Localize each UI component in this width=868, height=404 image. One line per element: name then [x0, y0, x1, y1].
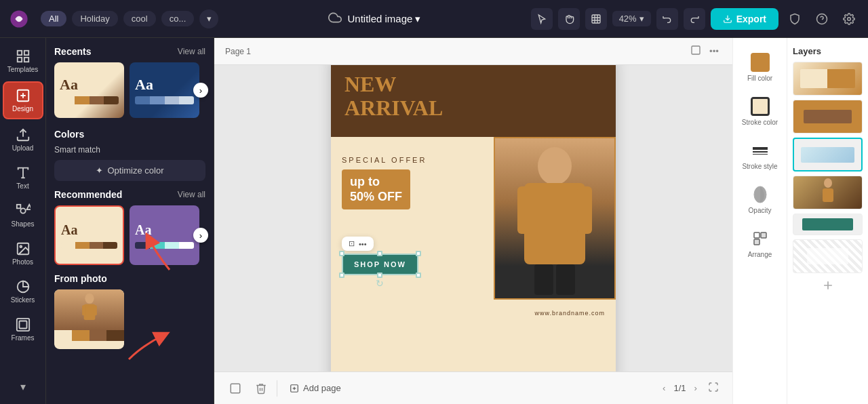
delete-page-button[interactable] [251, 378, 271, 399]
template-color-strip-2 [135, 96, 194, 104]
undo-button[interactable] [656, 8, 678, 30]
layers-add-icon[interactable] [820, 277, 836, 294]
layer-thumb-1[interactable] [793, 62, 863, 96]
layer-thumb-2[interactable] [793, 100, 863, 134]
model-image [495, 138, 614, 298]
tag-co[interactable]: co... [161, 11, 195, 26]
layers-title: Layers [793, 46, 863, 56]
fullscreen-button[interactable] [705, 379, 722, 397]
layers-panel: Layers [787, 38, 868, 404]
fill-color-icon [749, 52, 771, 73]
tag-cool[interactable]: cool [123, 11, 156, 26]
from-photo-title: From photo [54, 273, 107, 284]
handle-bm [377, 272, 382, 278]
new-arrival-text: NEWARRIVAL [344, 73, 443, 120]
add-page-icon-button[interactable] [225, 378, 245, 399]
photo-card-colors [54, 330, 124, 341]
template-aa-label-1: Aa [60, 76, 119, 94]
recommended-card-2[interactable]: Aa [130, 205, 199, 265]
help-button[interactable] [811, 8, 833, 30]
next-page-button[interactable]: › [692, 380, 700, 396]
shield-icon-button[interactable] [784, 8, 806, 30]
bottom-separator [277, 380, 277, 397]
sidebar-photos-label: Photos [12, 258, 33, 266]
prev-page-button[interactable]: ‹ [660, 380, 668, 396]
layer-thumb-6[interactable] [793, 239, 863, 273]
sidebar-item-templates[interactable]: Templates [3, 43, 43, 79]
sidebar-item-design[interactable]: Design [3, 81, 43, 119]
redo-button[interactable] [684, 8, 705, 30]
recent-template-1[interactable]: Aa [54, 62, 124, 118]
sidebar-item-frames[interactable]: Frames [3, 312, 43, 347]
design-canvas[interactable]: NEWARRIVAL SPECIAL OFFER up to 50% OFF [331, 56, 616, 381]
fill-color-property[interactable]: Fill color [738, 46, 781, 87]
arrange-property[interactable]: Arrange [738, 222, 781, 264]
page-nav: ‹ 1/1 › [660, 380, 700, 396]
hand-tool-button[interactable] [558, 8, 580, 30]
photo-preview-image [54, 289, 124, 330]
add-page-button[interactable]: Add page [283, 379, 348, 397]
stroke-style-property[interactable]: Stroke style [738, 134, 781, 176]
document-title[interactable]: Untitled image ▾ [347, 13, 420, 25]
svg-rect-9 [24, 58, 28, 62]
rec-color-strip-1 [61, 242, 117, 249]
svg-point-41 [824, 178, 832, 188]
tag-dropdown-button[interactable]: ▾ [199, 9, 218, 28]
stroke-style-label: Stroke style [742, 163, 777, 170]
layer-thumb-4[interactable] [793, 176, 863, 209]
page-options: ••• [688, 42, 722, 60]
page-more-options-button[interactable]: ••• [707, 42, 722, 60]
recommended-header: Recommended View all [54, 189, 205, 200]
recents-view-all-button[interactable]: View all [178, 47, 205, 56]
opacity-property[interactable]: Opacity [738, 178, 781, 220]
sidebar-frames-label: Frames [12, 334, 35, 342]
tag-all[interactable]: All [41, 11, 66, 26]
svg-rect-8 [17, 58, 21, 62]
stickers-icon [16, 279, 31, 294]
select-tool-button[interactable] [531, 8, 553, 30]
design-icon [16, 88, 31, 103]
settings-button[interactable] [838, 8, 860, 30]
app-logo[interactable] [8, 8, 30, 30]
layer-thumb-5[interactable] [793, 214, 863, 235]
smart-match-label: Smart match [54, 145, 205, 155]
annotation-arrow-2 [122, 329, 176, 363]
shop-now-area: ⊡ ••• SHOP NOW [342, 237, 483, 275]
zoom-button[interactable]: 42% ▾ [612, 11, 651, 26]
recents-carousel-arrow[interactable]: › [193, 83, 208, 98]
export-button[interactable]: Export [711, 8, 778, 30]
sidebar-item-stickers[interactable]: Stickers [3, 274, 43, 309]
tag-holiday[interactable]: Holiday [72, 11, 117, 26]
layer-thumb-3[interactable] [793, 138, 863, 171]
sidebar-shapes-label: Shapes [12, 220, 35, 228]
recommended-title: Recommended [54, 189, 122, 200]
sidebar-item-shapes[interactable]: Shapes [3, 198, 43, 233]
sidebar-item-photos[interactable]: Photos [3, 236, 43, 271]
rotate-handle[interactable]: ↻ [374, 278, 385, 289]
page-thumbnail-button[interactable] [688, 42, 704, 60]
optimize-color-button[interactable]: ✦ Optimize color [54, 160, 205, 181]
canvas-left-content: SPECIAL OFFER up to 50% OFF ⊡ [331, 137, 494, 300]
frame-tool-button[interactable] [585, 8, 607, 30]
from-photo-card[interactable] [54, 289, 124, 349]
main-content: Templates Design Upload Text Shapes Phot… [0, 38, 868, 404]
svg-rect-26 [692, 46, 700, 54]
svg-rect-15 [16, 205, 20, 209]
template-color-strip-1 [60, 96, 119, 104]
sidebar-item-upload[interactable]: Upload [3, 122, 43, 157]
svg-rect-21 [19, 321, 26, 329]
svg-rect-24 [82, 305, 85, 315]
sidenav-expand-button[interactable]: ▾ [15, 375, 31, 399]
layer-model-icon [818, 178, 838, 208]
stroke-color-property[interactable]: Stroke color [738, 90, 781, 132]
sidebar-item-text[interactable]: Text [3, 160, 43, 195]
recommended-carousel-arrow[interactable]: › [193, 228, 208, 243]
recent-template-2[interactable]: Aa [130, 62, 199, 118]
model-svg [500, 142, 609, 298]
recommended-card-1[interactable]: Aa [54, 205, 124, 265]
handle-tr [416, 251, 421, 256]
recommended-view-all-button[interactable]: View all [178, 190, 205, 199]
svg-rect-1 [592, 15, 600, 23]
arrange-icon [749, 228, 771, 249]
opacity-label: Opacity [749, 207, 772, 214]
